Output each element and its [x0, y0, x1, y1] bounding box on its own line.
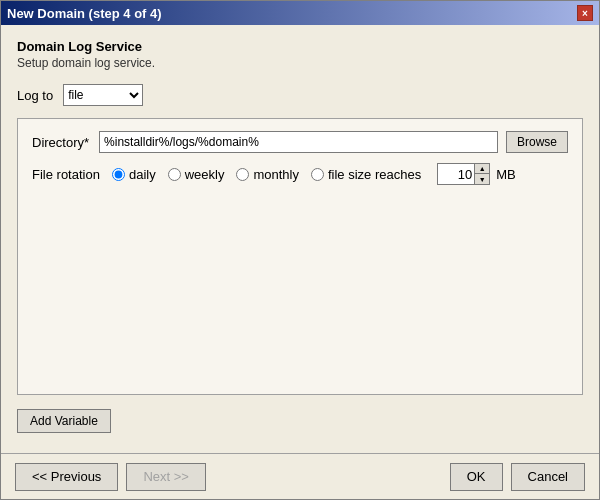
- next-button[interactable]: Next >>: [126, 463, 206, 491]
- browse-button[interactable]: Browse: [506, 131, 568, 153]
- filesize-value-input[interactable]: [437, 163, 475, 185]
- ok-button[interactable]: OK: [450, 463, 503, 491]
- log-to-row: Log to file syslog none: [17, 84, 583, 106]
- close-button[interactable]: ×: [577, 5, 593, 21]
- footer-left: << Previous Next >>: [15, 463, 206, 491]
- radio-monthly-input[interactable]: [236, 168, 249, 181]
- file-rotation-row: File rotation daily weekly monthly: [32, 163, 568, 185]
- radio-filesize-label[interactable]: file size reaches: [328, 167, 421, 182]
- radio-daily-label[interactable]: daily: [129, 167, 156, 182]
- radio-monthly-label[interactable]: monthly: [253, 167, 299, 182]
- radio-weekly: weekly: [168, 167, 225, 182]
- directory-label: Directory*: [32, 135, 89, 150]
- cancel-button[interactable]: Cancel: [511, 463, 585, 491]
- radio-monthly: monthly: [236, 167, 299, 182]
- add-variable-button[interactable]: Add Variable: [17, 409, 111, 433]
- radio-weekly-input[interactable]: [168, 168, 181, 181]
- log-to-select[interactable]: file syslog none: [63, 84, 143, 106]
- radio-weekly-label[interactable]: weekly: [185, 167, 225, 182]
- radio-filesize: file size reaches: [311, 167, 421, 182]
- radio-daily-input[interactable]: [112, 168, 125, 181]
- window-title: New Domain (step 4 of 4): [7, 6, 162, 21]
- directory-row: Directory* Browse: [32, 131, 568, 153]
- section-title: Domain Log Service: [17, 39, 583, 54]
- directory-input[interactable]: [99, 131, 498, 153]
- title-bar: New Domain (step 4 of 4) ×: [1, 1, 599, 25]
- log-to-label: Log to: [17, 88, 53, 103]
- filesize-spinner: ▲ ▼ MB: [437, 163, 516, 185]
- spinner-down-button[interactable]: ▼: [475, 174, 489, 184]
- mb-label: MB: [496, 167, 516, 182]
- radio-group: daily weekly monthly file size reaches: [112, 163, 516, 185]
- section-description: Setup domain log service.: [17, 56, 583, 70]
- footer-right: OK Cancel: [450, 463, 585, 491]
- radio-daily: daily: [112, 167, 156, 182]
- footer: << Previous Next >> OK Cancel: [1, 453, 599, 499]
- radio-filesize-input[interactable]: [311, 168, 324, 181]
- spinner-buttons: ▲ ▼: [475, 163, 490, 185]
- file-rotation-label: File rotation: [32, 167, 100, 182]
- content-area: Domain Log Service Setup domain log serv…: [1, 25, 599, 453]
- previous-button[interactable]: << Previous: [15, 463, 118, 491]
- settings-box: Directory* Browse File rotation daily we…: [17, 118, 583, 395]
- window: New Domain (step 4 of 4) × Domain Log Se…: [0, 0, 600, 500]
- spinner-up-button[interactable]: ▲: [475, 164, 489, 174]
